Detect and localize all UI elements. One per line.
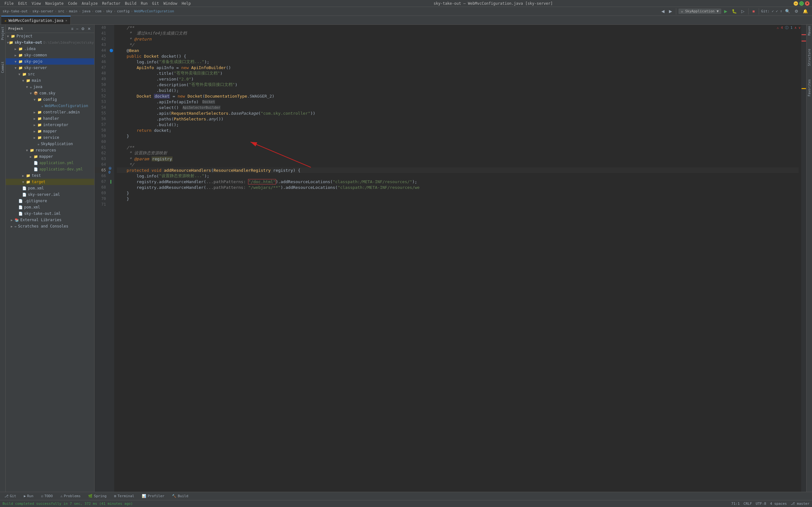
favorites-tool-icon[interactable]: Favorites <box>808 79 811 96</box>
tree-scratches[interactable]: ▶ ✏️ Scratches and Consoles <box>6 223 94 229</box>
menu-navigate[interactable]: Navigate <box>44 1 66 6</box>
cursor-position[interactable]: 71:1 <box>731 502 740 506</box>
tree-target[interactable]: ▼ 📁 target <box>6 179 94 185</box>
tree-sky-server-iml[interactable]: 📄 sky-server.iml <box>6 191 94 198</box>
menu-view[interactable]: View <box>30 1 43 6</box>
tree-app-yml[interactable]: 📄 application.yml <box>6 160 94 166</box>
git-branch[interactable]: ⎇ master <box>791 502 809 506</box>
menu-file[interactable]: File <box>3 1 15 6</box>
structure-tool-icon[interactable]: Structure <box>808 49 811 66</box>
debug-button[interactable]: 🐛 <box>730 8 739 14</box>
settings-button[interactable]: ⚙ <box>793 8 800 14</box>
build-status[interactable]: Build completed successfully in 7 sec, 3… <box>3 502 133 506</box>
tree-sky-take-out-iml[interactable]: 📄 sky-take-out.iml <box>6 210 94 217</box>
tree-sky-take-out[interactable]: ▼ 📁 sky-take-out D:\Code\IdeaProjects\sk… <box>6 39 94 46</box>
bottom-tab-git[interactable]: ⎇ Git <box>3 493 18 499</box>
nav-down[interactable]: ∨ <box>798 26 801 30</box>
nav-project[interactable]: sky-take-out <box>3 9 28 13</box>
tree-mapper[interactable]: ▶ 📁 mapper <box>6 128 94 134</box>
menu-build[interactable]: Build <box>123 1 138 6</box>
tree-pom-server[interactable]: 📄 pom.xml <box>6 185 94 191</box>
project-tool-icon[interactable]: Project <box>1 26 4 40</box>
editor-tab-webmvc[interactable]: ☕ WebMvcConfiguration.java ✕ <box>1 16 71 24</box>
tree-gitignore[interactable]: 📄 .gitignore <box>6 198 94 204</box>
gutter-44[interactable]: 🔵 <box>108 48 114 53</box>
tree-interceptor[interactable]: ▶ 📁 interceptor <box>6 122 94 128</box>
menu-help[interactable]: Help <box>180 1 193 6</box>
close-button[interactable]: ✕ <box>805 1 809 6</box>
bottom-tab-build[interactable]: 🔨 Build <box>170 493 190 499</box>
toolbar-forward[interactable]: ▶ <box>667 8 674 14</box>
maven-tool-icon[interactable]: Maven <box>808 26 811 36</box>
update-button[interactable]: 🔔 <box>801 8 809 14</box>
tree-com-sky[interactable]: ▼ 📦 com.sky <box>6 90 94 96</box>
nav-file[interactable]: WebMvcConfiguration <box>134 9 174 13</box>
nav-com[interactable]: com <box>95 9 101 13</box>
minimize-button[interactable]: – <box>794 1 798 6</box>
panel-scope-btn[interactable]: ≡ <box>70 26 74 32</box>
panel-action-buttons[interactable]: ≡ – ⚙ ✕ <box>70 26 92 32</box>
stop-button[interactable]: ■ <box>751 8 757 14</box>
nav-main[interactable]: main <box>69 9 78 13</box>
nav-module[interactable]: sky-server <box>32 9 53 13</box>
run-button[interactable]: ▶ <box>722 8 729 14</box>
error-indicator[interactable]: ⚠ 4 ⓘ 1 ∧ ∨ <box>777 25 801 30</box>
bottom-tab-run[interactable]: ▶ Run <box>22 493 36 499</box>
menu-bar[interactable]: File Edit View Navigate Code Analyze Ref… <box>3 1 193 6</box>
tree-test[interactable]: ▶ 📁 test <box>6 172 94 179</box>
maximize-button[interactable]: □ <box>799 1 804 6</box>
nav-java[interactable]: java <box>82 9 91 13</box>
tree-app-dev-yml[interactable]: 📄 application-dev.yml <box>6 166 94 172</box>
panel-close-btn[interactable]: ✕ <box>87 26 92 32</box>
panel-collapse-btn[interactable]: – <box>75 26 79 32</box>
tree-src[interactable]: ▼ 📁 src <box>6 71 94 77</box>
menu-analyze[interactable]: Analyze <box>80 1 100 6</box>
bottom-tab-spring[interactable]: 🌿 Spring <box>86 493 108 499</box>
nav-config[interactable]: config <box>117 9 130 13</box>
tree-main[interactable]: ▼ 📁 main <box>6 77 94 83</box>
menu-refactor[interactable]: Refactor <box>100 1 122 6</box>
tree-webmvc-config[interactable]: ☕ WebMvcConfiguration <box>6 103 94 109</box>
code-content[interactable]: /** * 通过knife4j生成接口文档 * @return */ @Bean… <box>114 25 801 492</box>
editor-content[interactable]: 40 41 42 43 44 45 46 47 48 49 50 51 52 5… <box>95 25 806 492</box>
nav-sky[interactable]: sky <box>106 9 112 13</box>
toolbar-back[interactable]: ◀ <box>660 8 666 14</box>
tree-handler[interactable]: ▶ 📁 handler <box>6 115 94 122</box>
indent-type[interactable]: 4 spaces <box>770 502 787 506</box>
menu-git[interactable]: Git <box>150 1 161 6</box>
tree-config[interactable]: ▼ 📁 config <box>6 96 94 103</box>
tree-resources[interactable]: ▼ 📁 resources <box>6 147 94 153</box>
tree-project-root[interactable]: ▼ 📁 Project <box>6 33 94 39</box>
search-everywhere[interactable]: 🔍 <box>783 8 792 14</box>
bottom-tab-todo[interactable]: ☑ TODO <box>39 493 55 499</box>
tree-java[interactable]: ▼ ☕ java <box>6 83 94 90</box>
nav-src[interactable]: src <box>58 9 64 13</box>
tree-sky-app[interactable]: ☕ SkyApplication <box>6 141 94 147</box>
tree-controller-admin[interactable]: ▶ 📁 controller.admin <box>6 109 94 115</box>
tab-close-button[interactable]: ✕ <box>65 19 67 22</box>
tree-service[interactable]: ▶ 📁 service <box>6 134 94 141</box>
tree-sky-server[interactable]: ▼ 📁 sky-server <box>6 65 94 71</box>
tree-sky-common[interactable]: ▶ 📁 sky-common <box>6 52 94 58</box>
charset[interactable]: UTF-8 <box>756 502 766 506</box>
menu-window[interactable]: Window <box>161 1 179 6</box>
tree-external-libs[interactable]: ▶ 📚 External Libraries <box>6 217 94 223</box>
panel-settings-btn[interactable]: ⚙ <box>80 26 86 32</box>
run-with-coverage[interactable]: ▷ <box>740 8 746 14</box>
commit-tool-icon[interactable]: Commit <box>1 61 4 73</box>
nav-up[interactable]: ∧ <box>795 26 797 30</box>
tree-mapper-res[interactable]: ▶ 📁 mapper <box>6 153 94 160</box>
window-controls[interactable]: – □ ✕ <box>794 1 809 6</box>
tree-idea[interactable]: ▶ 📁 .idea <box>6 46 94 52</box>
tree-sky-pojo[interactable]: ▼ 📁 sky-pojo <box>6 58 94 65</box>
bottom-tab-problems[interactable]: ⚠ Problems <box>59 493 83 499</box>
line-ending[interactable]: CRLF <box>744 502 752 506</box>
menu-edit[interactable]: Edit <box>16 1 29 6</box>
run-config-selector[interactable]: ☕ SkyApplication ▼ <box>678 9 721 14</box>
bottom-tab-terminal[interactable]: ⊞ Terminal <box>112 493 136 499</box>
tree-pom-root[interactable]: 📄 pom.xml <box>6 204 94 210</box>
menu-run[interactable]: Run <box>139 1 150 6</box>
menu-code[interactable]: Code <box>66 1 79 6</box>
bottom-tab-profiler[interactable]: 📊 Profiler <box>140 493 166 499</box>
scroll-gutter[interactable] <box>801 25 806 492</box>
